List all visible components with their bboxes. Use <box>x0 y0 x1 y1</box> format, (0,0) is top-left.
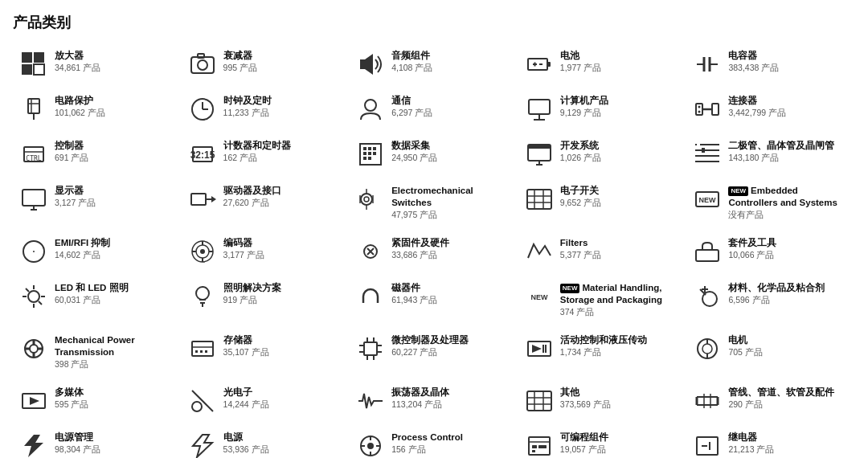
category-name: 电源 <box>223 431 344 444</box>
category-item[interactable]: 电子开关9,652 产品 <box>518 180 687 226</box>
category-count: 9,652 产品 <box>560 198 681 209</box>
category-item[interactable]: 驱动器及接口27,620 产品 <box>182 180 350 226</box>
category-count: 27,620 产品 <box>223 198 344 209</box>
category-info: 微控制器及处理器60,227 产品 <box>391 334 512 358</box>
category-name: Mechanical Power Transmission <box>55 334 175 358</box>
svg-point-63 <box>361 194 372 205</box>
category-name: 计算机产品 <box>560 95 681 107</box>
category-info: 套件及工具10,066 产品 <box>728 237 849 261</box>
category-name: 微控制器及处理器 <box>391 334 512 346</box>
svg-point-32 <box>698 111 701 113</box>
category-item[interactable]: 紧固件及硬件33,686 产品 <box>350 232 518 271</box>
category-item[interactable]: 时钟及定时11,233 产品 <box>182 90 350 129</box>
category-item[interactable]: 电池1,977 产品 <box>518 45 687 84</box>
category-icon <box>525 386 554 415</box>
category-icon <box>525 95 554 124</box>
category-item[interactable]: Electromechanical Switches47,975 产品 <box>350 180 518 226</box>
category-item[interactable]: CTRL控制器691 产品 <box>13 135 182 174</box>
svg-point-23 <box>365 100 376 111</box>
category-item[interactable]: 电源53,936 产品 <box>182 427 350 458</box>
category-info: 多媒体595 产品 <box>55 386 175 411</box>
category-item[interactable]: 编码器3,177 产品 <box>182 232 350 271</box>
category-item[interactable]: Process Control156 产品 <box>350 427 518 458</box>
svg-rect-2 <box>22 64 32 75</box>
category-item[interactable]: LED 和 LED 照明60,031 产品 <box>13 277 182 323</box>
svg-rect-115 <box>205 350 207 353</box>
category-item[interactable]: Filters5,377 产品 <box>518 232 687 271</box>
category-count: 995 产品 <box>223 63 344 74</box>
category-item[interactable]: 连接器3,442,799 产品 <box>686 90 855 129</box>
category-item[interactable]: NEWNEWEmbedded Controllers and Systems没有… <box>686 180 855 226</box>
category-info: 存储器35,107 产品 <box>223 334 344 358</box>
category-name: 音频组件 <box>391 50 512 62</box>
category-name: 时钟及定时 <box>223 95 344 107</box>
svg-rect-42 <box>363 152 366 155</box>
category-name: 套件及工具 <box>728 237 849 249</box>
svg-rect-39 <box>363 147 366 150</box>
category-item[interactable]: 可编程组件19,057 产品 <box>518 427 687 458</box>
category-item[interactable]: NEWNEWMaterial Handling, Storage and Pac… <box>518 277 687 323</box>
category-item[interactable]: 管线、管道、软管及配件290 产品 <box>686 382 855 420</box>
category-item[interactable]: 照明解决方案919 产品 <box>182 277 350 323</box>
category-count: 61,943 产品 <box>391 295 512 306</box>
category-info: 计算机产品9,129 产品 <box>560 95 681 119</box>
category-item[interactable]: 磁器件61,943 产品 <box>350 277 518 323</box>
category-item[interactable]: 电路保护101,062 产品 <box>13 90 182 129</box>
category-count: 19,057 产品 <box>560 444 681 456</box>
svg-rect-69 <box>527 190 551 209</box>
svg-line-135 <box>192 391 213 411</box>
category-info: NEWMaterial Handling, Storage and Packag… <box>560 282 681 318</box>
svg-rect-27 <box>696 104 702 115</box>
category-item[interactable]: 振荡器及晶体113,204 产品 <box>350 382 518 420</box>
category-item[interactable]: 光电子14,244 产品 <box>182 382 350 420</box>
category-item[interactable]: 电机705 产品 <box>686 329 855 375</box>
category-item[interactable]: 电源管理98,304 产品 <box>13 427 182 458</box>
category-item[interactable]: 开发系统1,026 产品 <box>518 135 687 174</box>
category-info: 材料、化学品及粘合剂6,596 产品 <box>728 282 849 306</box>
category-item[interactable]: 放大器34,861 产品 <box>13 45 182 84</box>
category-item[interactable]: 32:15计数器和定时器162 产品 <box>182 135 350 174</box>
svg-rect-137 <box>527 391 551 411</box>
svg-rect-159 <box>538 445 547 448</box>
category-item[interactable]: 显示器3,127 产品 <box>13 180 182 226</box>
category-icon: 32:15 <box>188 140 217 169</box>
svg-text:NEW: NEW <box>699 196 717 204</box>
category-item[interactable]: 继电器21,213 产品 <box>686 427 855 458</box>
category-icon <box>19 185 48 214</box>
category-item[interactable]: 多媒体595 产品 <box>13 382 182 420</box>
category-item[interactable]: Mechanical Power Transmission398 产品 <box>13 329 182 375</box>
category-item[interactable]: 材料、化学品及粘合剂6,596 产品 <box>686 277 855 323</box>
category-icon <box>525 431 554 458</box>
category-icon <box>188 282 217 311</box>
category-name: 显示器 <box>55 185 175 197</box>
category-item[interactable]: 数据采集24,950 产品 <box>350 135 518 174</box>
category-count: 53,936 产品 <box>223 444 344 456</box>
svg-rect-55 <box>697 142 700 145</box>
category-count: 3,127 产品 <box>55 198 175 209</box>
category-item[interactable]: 衰减器995 产品 <box>182 45 350 84</box>
category-item[interactable]: 套件及工具10,066 产品 <box>686 232 855 271</box>
category-icon <box>188 95 217 124</box>
category-item[interactable]: 其他373,569 产品 <box>518 382 687 420</box>
category-item[interactable]: 计算机产品9,129 产品 <box>518 90 687 129</box>
category-info: 控制器691 产品 <box>55 140 175 164</box>
svg-rect-41 <box>373 147 376 150</box>
category-item[interactable]: 活动控制和液压传动1,734 产品 <box>518 329 687 375</box>
svg-point-31 <box>698 106 701 108</box>
category-item[interactable]: EMI/RFI 抑制14,602 产品 <box>13 232 182 271</box>
category-icon <box>356 282 385 311</box>
category-item[interactable]: 微控制器及处理器60,227 产品 <box>350 329 518 375</box>
category-icon <box>188 237 217 266</box>
category-count: 6,596 产品 <box>728 295 849 306</box>
category-icon <box>188 386 217 415</box>
category-info: 光电子14,244 产品 <box>223 386 344 411</box>
category-item[interactable]: 通信6,297 产品 <box>350 90 518 129</box>
category-count: 1,026 产品 <box>560 153 681 164</box>
category-count: 101,062 产品 <box>55 108 175 119</box>
category-item[interactable]: 二极管、晶体管及晶闸管143,180 产品 <box>686 135 855 174</box>
category-count: 35,107 产品 <box>223 347 344 358</box>
category-item[interactable]: 存储器35,107 产品 <box>182 329 350 375</box>
category-item[interactable]: 音频组件4,108 产品 <box>350 45 518 84</box>
category-item[interactable]: 电容器383,438 产品 <box>686 45 855 84</box>
svg-rect-158 <box>532 445 537 448</box>
